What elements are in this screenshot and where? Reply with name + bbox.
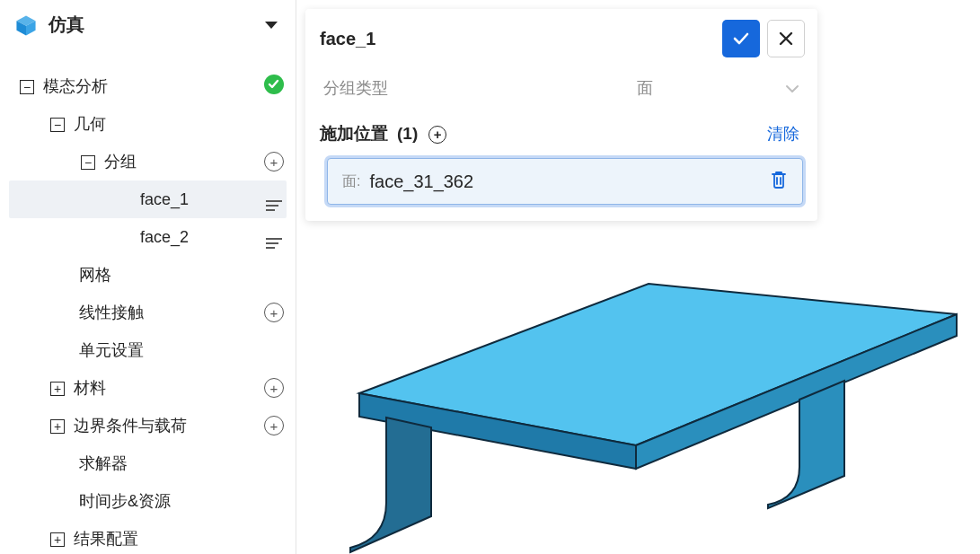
- entry-type-label: 面:: [342, 172, 360, 191]
- selection-entry[interactable]: 面: face_31_362: [327, 158, 803, 205]
- status-ok-icon: [261, 75, 287, 99]
- property-panel: face_1 分组类型 面 施加位置 (1) + 清除: [305, 9, 817, 221]
- delete-entry-button[interactable]: [770, 170, 788, 193]
- sidebar-header: 仿真: [0, 0, 296, 49]
- add-position-button[interactable]: +: [428, 124, 446, 144]
- expand-icon[interactable]: +: [49, 417, 66, 435]
- expand-icon[interactable]: +: [49, 530, 66, 549]
- tree-results[interactable]: + 结果配置: [9, 520, 287, 554]
- position-count: (1): [397, 124, 418, 144]
- tree-linear-contact[interactable]: 线性接触 +: [9, 294, 287, 331]
- simulation-tree: − 模态分析 − 几何 − 分组 +: [0, 49, 296, 554]
- tree-mesh[interactable]: 网格: [9, 256, 287, 294]
- add-icon[interactable]: +: [261, 152, 287, 171]
- chevron-down-icon[interactable]: [778, 79, 799, 98]
- list-icon[interactable]: [261, 225, 287, 249]
- expand-icon[interactable]: +: [49, 379, 66, 398]
- check-icon: [731, 29, 751, 48]
- tree-grouping[interactable]: − 分组 +: [9, 143, 287, 180]
- position-header: 施加位置 (1) + 清除: [305, 110, 817, 154]
- tree-solver[interactable]: 求解器: [9, 444, 287, 482]
- tree-material[interactable]: + 材料 +: [9, 369, 287, 407]
- tree-root-modal-analysis[interactable]: − 模态分析: [9, 67, 287, 105]
- add-icon[interactable]: +: [261, 303, 287, 322]
- tree-face-2[interactable]: face_2: [9, 218, 287, 256]
- sidebar-title: 仿真: [49, 13, 84, 37]
- sidebar: 仿真 − 模态分析 − 几何: [0, 0, 296, 554]
- collapse-icon[interactable]: −: [49, 115, 66, 134]
- group-type-row[interactable]: 分组类型 面: [305, 66, 817, 110]
- svg-marker-3: [265, 22, 278, 29]
- close-icon: [778, 31, 794, 47]
- sidebar-caret-icon[interactable]: [265, 17, 278, 33]
- tree-geometry[interactable]: − 几何: [9, 105, 287, 143]
- viewport[interactable]: face_1 分组类型 面 施加位置 (1) + 清除: [296, 0, 980, 554]
- collapse-icon[interactable]: −: [18, 77, 36, 96]
- list-icon[interactable]: [261, 188, 287, 211]
- panel-header: face_1: [305, 9, 817, 66]
- tree-time-resources[interactable]: 时间步&资源: [9, 482, 287, 520]
- position-label: 施加位置: [320, 122, 388, 145]
- trash-icon: [770, 170, 788, 189]
- add-icon[interactable]: +: [261, 416, 287, 435]
- group-type-label: 分组类型: [323, 77, 512, 99]
- confirm-button[interactable]: [722, 20, 760, 57]
- cube-icon: [14, 13, 38, 37]
- tree-face-1[interactable]: face_1: [9, 180, 287, 218]
- group-type-value: 面: [512, 77, 778, 99]
- clear-button[interactable]: 清除: [767, 123, 799, 145]
- entry-name: face_31_362: [369, 171, 770, 192]
- panel-title: face_1: [320, 29, 715, 49]
- tree-element-settings[interactable]: 单元设置: [9, 331, 287, 369]
- add-icon[interactable]: +: [261, 378, 287, 398]
- tree-bc-loads[interactable]: + 边界条件与载荷 +: [9, 407, 287, 444]
- collapse-icon[interactable]: −: [79, 153, 97, 171]
- cancel-button[interactable]: [767, 20, 805, 57]
